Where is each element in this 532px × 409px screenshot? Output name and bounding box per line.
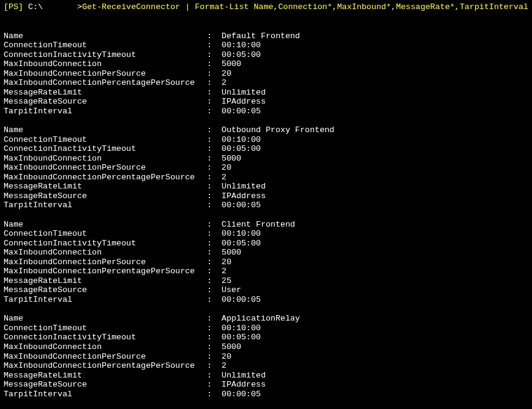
property-value: Unlimited [217,88,266,98]
property-name: MessageRateLimit [4,276,207,286]
property-value: 2 [217,173,226,182]
property-name: MaxInboundConnection [4,59,207,69]
prompt-gap [43,2,77,12]
property-value: IPAddress [217,380,266,390]
record-block: Name: ApplicationRelayConnectionTimeout:… [4,314,528,399]
property-value: 20 [217,258,231,267]
property-name: ConnectionInactivityTimeout [4,333,207,342]
property-row: ConnectionInactivityTimeout: 00:05:00 [4,333,528,342]
property-row: MessageRateLimit: Unlimited [4,182,528,191]
property-separator: : [207,314,217,324]
property-value: 2 [217,78,226,88]
property-row: MaxInboundConnectionPercentagePerSource:… [4,267,528,276]
property-separator: : [207,380,217,390]
record-block: Name: Client FrontendConnectionTimeout: … [4,220,528,305]
property-name: ConnectionTimeout [4,41,207,50]
property-value: 00:10:00 [217,229,261,239]
property-name: MaxInboundConnection [4,248,207,258]
property-row: MaxInboundConnectionPerSource: 20 [4,352,528,362]
property-separator: : [207,295,217,305]
property-value: 00:10:00 [217,41,261,50]
property-value: 00:05:00 [217,50,261,60]
property-separator: : [207,220,217,230]
property-value: 5000 [217,248,241,258]
prompt-prefix: [PS] [4,2,28,12]
property-row: ConnectionTimeout: 00:10:00 [4,135,528,145]
property-value: 25 [217,276,231,286]
property-row: MessageRateSource: IPAddress [4,97,528,107]
property-value: 00:10:00 [217,135,261,145]
property-value: 00:00:05 [217,390,261,399]
property-separator: : [207,267,217,276]
prompt-command: Get-ReceiveConnector | Format-List Name,… [82,2,528,12]
property-separator: : [207,163,217,173]
property-name: TarpitInterval [4,107,207,116]
property-value: 00:00:05 [217,295,261,305]
property-separator: : [207,390,217,399]
property-row: MaxInboundConnection: 5000 [4,248,528,258]
property-row: MaxInboundConnectionPerSource: 20 [4,163,528,173]
property-row: ConnectionInactivityTimeout: 00:05:00 [4,50,528,60]
property-separator: : [207,59,217,69]
property-row: MaxInboundConnectionPercentagePerSource:… [4,173,528,182]
property-row: MessageRateLimit: Unlimited [4,371,528,381]
property-row: TarpitInterval: 00:00:05 [4,107,528,116]
property-row: MaxInboundConnection: 5000 [4,154,528,164]
property-name: MaxInboundConnectionPercentagePerSource [4,361,207,371]
property-value: 00:05:00 [217,333,261,342]
property-separator: : [207,97,217,107]
property-value: Unlimited [217,182,266,191]
property-row: MessageRateLimit: Unlimited [4,88,528,98]
property-name: MaxInboundConnectionPerSource [4,352,207,362]
property-name: ConnectionInactivityTimeout [4,144,207,154]
property-separator: : [207,191,217,201]
property-row: ConnectionInactivityTimeout: 00:05:00 [4,144,528,154]
property-row: MessageRateSource: IPAddress [4,191,528,201]
property-row: MaxInboundConnectionPerSource: 20 [4,258,528,267]
powershell-prompt[interactable]: [PS] C:\ >Get-ReceiveConnector | Format-… [4,2,528,12]
property-separator: : [207,258,217,267]
property-name: Name [4,220,207,230]
property-name: Name [4,32,207,41]
property-name: Name [4,314,207,324]
property-row: MaxInboundConnection: 5000 [4,59,528,69]
property-name: MessageRateSource [4,97,207,107]
record-block: Name: Default FrontendConnectionTimeout:… [4,32,528,116]
property-value: 00:10:00 [217,324,261,333]
property-value: User [217,285,241,295]
property-value: Default Frontend [217,32,300,41]
property-value: Client Frontend [217,220,295,230]
property-name: MaxInboundConnectionPercentagePerSource [4,173,207,182]
property-row: Name: Outbound Proxy Frontend [4,125,528,135]
property-row: Name: Default Frontend [4,32,528,41]
property-separator: : [207,248,217,258]
property-value: 20 [217,163,231,173]
property-name: MessageRateLimit [4,88,207,98]
property-name: MaxInboundConnectionPerSource [4,163,207,173]
property-value: 5000 [217,342,241,352]
property-name: ConnectionInactivityTimeout [4,239,207,248]
property-separator: : [207,333,217,342]
property-separator: : [207,154,217,164]
property-row: ConnectionTimeout: 00:10:00 [4,229,528,239]
property-separator: : [207,352,217,362]
property-value: 2 [217,361,226,371]
property-separator: : [207,125,217,135]
property-separator: : [207,69,217,79]
property-value: 00:00:05 [217,201,261,210]
property-row: TarpitInterval: 00:00:05 [4,295,528,305]
property-name: MaxInboundConnection [4,154,207,164]
property-row: MessageRateSource: IPAddress [4,380,528,390]
property-name: MaxInboundConnectionPerSource [4,258,207,267]
property-value: 5000 [217,154,241,164]
property-row: ConnectionTimeout: 00:10:00 [4,41,528,50]
property-separator: : [207,324,217,333]
property-value: 20 [217,69,231,79]
property-name: TarpitInterval [4,390,207,399]
property-value: 00:00:05 [217,107,261,116]
property-row: MessageRateLimit: 25 [4,276,528,286]
property-separator: : [207,229,217,239]
property-name: MessageRateSource [4,191,207,201]
prompt-path: C:\ [28,2,43,12]
property-name: ConnectionTimeout [4,135,207,145]
